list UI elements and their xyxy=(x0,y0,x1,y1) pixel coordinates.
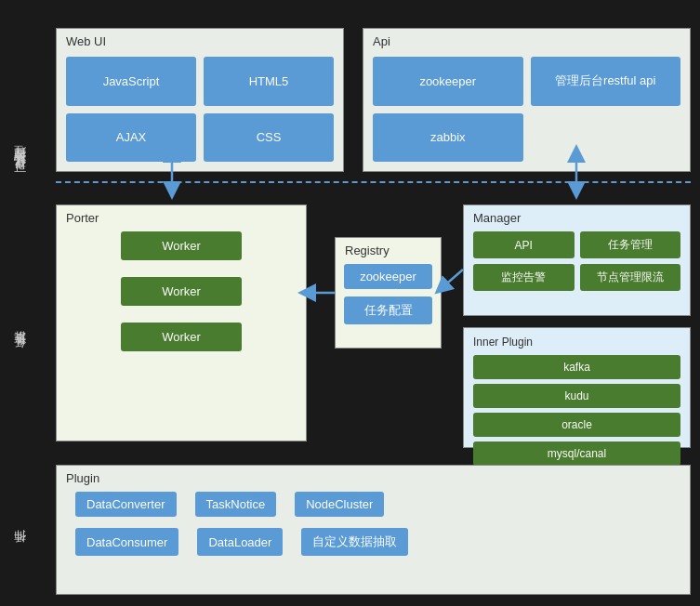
btn-custom-extract[interactable]: 自定义数据抽取 xyxy=(301,528,408,556)
innerplugin-label: Inner Plugin xyxy=(473,336,680,349)
btn-kafka[interactable]: kafka xyxy=(473,355,680,379)
registry-label: Registry xyxy=(345,244,390,257)
plugin-label: Plugin xyxy=(66,471,99,485)
webui-panel: Web UI JavaScript HTML5 AJAX CSS xyxy=(56,28,344,172)
btn-task-config[interactable]: 任务配置 xyxy=(344,296,432,324)
btn-data-converter[interactable]: DataConverter xyxy=(75,492,177,517)
worker-btn-2[interactable]: Worker xyxy=(121,277,242,306)
plugin-panel: Plugin DataConverter TaskNotice NodeClus… xyxy=(56,465,691,595)
worker-btn-3[interactable]: Worker xyxy=(121,323,242,351)
worker-btn-1[interactable]: Worker xyxy=(121,231,242,260)
btn-restful-api[interactable]: 管理后台restful api xyxy=(531,57,681,106)
porter-panel: Porter Worker Worker Worker xyxy=(56,204,307,441)
btn-javascript[interactable]: JavaScript xyxy=(66,57,196,106)
manager-panel: Manager API 任务管理 监控告警 节点管理限流 xyxy=(463,204,691,316)
btn-oracle[interactable]: oracle xyxy=(473,413,680,437)
dashed-line xyxy=(56,181,691,183)
plugin-row-2: DataConsumer DataLoader 自定义数据抽取 xyxy=(75,528,671,556)
btn-node-cluster[interactable]: NodeCluster xyxy=(295,492,384,517)
btn-task-notice[interactable]: TaskNotice xyxy=(195,492,277,517)
btn-ajax[interactable]: AJAX xyxy=(66,113,196,163)
btn-monitor-alert[interactable]: 监控告警 xyxy=(473,264,575,291)
manager-grid: API 任务管理 监控告警 节点管理限流 xyxy=(473,231,680,291)
btn-node-manage[interactable]: 节点管理限流 xyxy=(580,264,681,291)
innerplugin-panel: Inner Plugin kafka kudu oracle mysql/can… xyxy=(463,327,691,448)
registry-panel: Registry zookeeper 任务配置 xyxy=(335,237,442,349)
section-top: Web UI JavaScript HTML5 AJAX CSS Api zoo… xyxy=(56,28,691,177)
label-cluster: 任务集群 xyxy=(11,265,28,358)
label-plugin: 插件 xyxy=(11,502,28,553)
svg-line-5 xyxy=(442,270,463,288)
btn-data-loader[interactable]: DataLoader xyxy=(197,528,283,556)
btn-data-consumer[interactable]: DataConsumer xyxy=(75,528,178,556)
manager-label: Manager xyxy=(473,211,521,225)
btn-mysql-canal[interactable]: mysql/canal xyxy=(473,441,680,466)
diagram-wrapper: 可视化任务监控管理 任务集群 插件 Web UI JavaScript HTML… xyxy=(0,0,700,606)
btn-task-manage[interactable]: 任务管理 xyxy=(580,231,681,258)
btn-manager-api[interactable]: API xyxy=(473,231,575,258)
api-label: Api xyxy=(373,34,390,48)
btn-zabbix[interactable]: zabbix xyxy=(373,113,523,163)
btn-html5[interactable]: HTML5 xyxy=(204,57,334,106)
btn-kudu[interactable]: kudu xyxy=(473,384,680,408)
label-monitor: 可视化任务监控管理 xyxy=(11,51,28,181)
porter-label: Porter xyxy=(66,211,99,225)
api-panel: Api zookeeper 管理后台restful api zabbix xyxy=(363,28,691,172)
btn-zookeeper-api[interactable]: zookeeper xyxy=(373,57,523,106)
webui-label: Web UI xyxy=(66,34,106,48)
plugin-row-1: DataConverter TaskNotice NodeCluster xyxy=(75,492,671,517)
btn-zookeeper-registry[interactable]: zookeeper xyxy=(344,264,432,289)
btn-css[interactable]: CSS xyxy=(204,113,334,163)
